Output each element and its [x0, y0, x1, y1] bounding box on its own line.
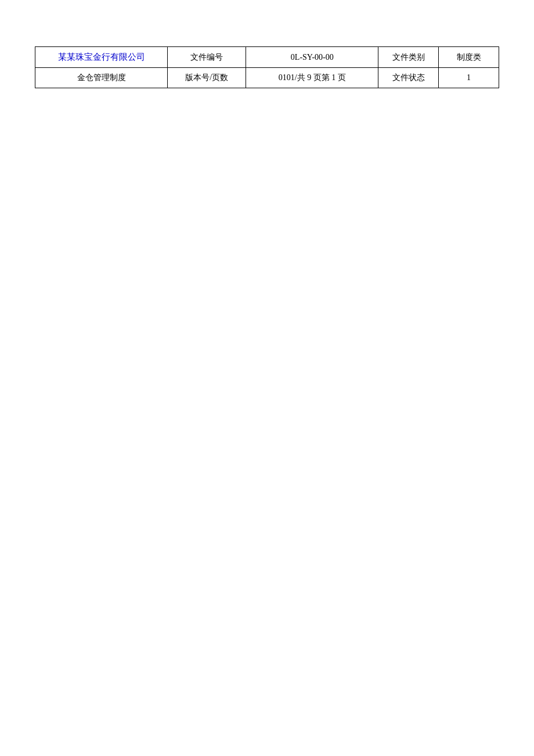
header-row-1: 某某珠宝金行有限公司 文件编号 0L-SY-00-00 文件类别 制度类 — [35, 47, 499, 68]
version-value-cell: 0101/共 9 页第 1 页 — [246, 68, 378, 88]
company-name: 某某珠宝金行有限公司 — [58, 52, 145, 62]
doc-number-label: 文件编号 — [190, 53, 223, 62]
status-value-cell: 1 — [439, 68, 499, 88]
version-label: 版本号/页数 — [185, 73, 228, 82]
doc-number-value-cell: 0L-SY-00-00 — [246, 47, 378, 68]
version-value: 0101/共 9 页第 1 页 — [279, 73, 346, 82]
header-row-2: 金仓管理制度 版本号/页数 0101/共 9 页第 1 页 文件状态 1 — [35, 68, 499, 88]
page-container: 某某珠宝金行有限公司 文件编号 0L-SY-00-00 文件类别 制度类 金仓管… — [0, 0, 534, 756]
status-label-cell: 文件状态 — [378, 68, 439, 88]
doc-type-label: 文件类别 — [392, 53, 425, 62]
status-value: 1 — [467, 73, 471, 82]
doc-number-value: 0L-SY-00-00 — [291, 53, 334, 62]
doc-title: 金仓管理制度 — [77, 73, 126, 82]
doc-type-value: 制度类 — [457, 53, 481, 62]
doc-number-label-cell: 文件编号 — [168, 47, 246, 68]
doc-type-label-cell: 文件类别 — [378, 47, 439, 68]
company-name-cell: 某某珠宝金行有限公司 — [35, 47, 168, 68]
doc-title-cell: 金仓管理制度 — [35, 68, 168, 88]
header-table: 某某珠宝金行有限公司 文件编号 0L-SY-00-00 文件类别 制度类 金仓管… — [35, 46, 499, 88]
status-label: 文件状态 — [392, 73, 425, 82]
doc-type-value-cell: 制度类 — [439, 47, 499, 68]
version-label-cell: 版本号/页数 — [168, 68, 246, 88]
